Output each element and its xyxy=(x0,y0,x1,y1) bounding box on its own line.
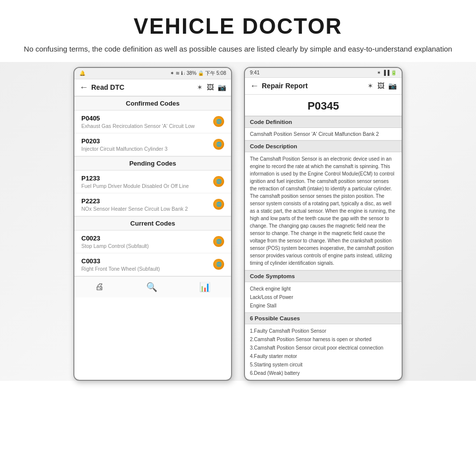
code-c0033-number: C0033 xyxy=(81,257,213,265)
code-item-p2223[interactable]: P2223 NOx Sensor Heater Sense Circuit Lo… xyxy=(74,193,231,216)
left-video-icon[interactable]: 📷 xyxy=(218,83,226,91)
code-item-c0033[interactable]: C0033 Right Front Tone Wheel (Subfault) … xyxy=(74,253,231,276)
right-phone: 9:41 ✶ ▐▐ 🔋 ← Repair Report ✶ 🖼 📷 P0345 … xyxy=(244,67,403,381)
p1233-globe-icon[interactable]: 🌐 xyxy=(213,176,224,187)
code-item-p1233[interactable]: P1233 Fuel Pump Driver Module Disabled O… xyxy=(74,171,231,193)
code-c0023-number: C0023 xyxy=(81,235,213,242)
cause-3: 3.Camshaft Position Sensor circuit poor … xyxy=(250,344,397,352)
search-report-icon[interactable]: 🔍 xyxy=(146,282,157,293)
code-p0405-number: P0405 xyxy=(81,115,213,122)
print-icon[interactable]: 🖨 xyxy=(95,282,104,292)
error-code-title: P0345 xyxy=(245,95,402,116)
p0405-globe-icon[interactable]: 🌐 xyxy=(213,116,224,127)
code-p0405-desc: Exhaust Gas Recirculation Sensor 'A' Cir… xyxy=(81,123,213,129)
code-p0203-number: P0203 xyxy=(81,137,213,145)
left-back-button[interactable]: ← xyxy=(79,82,88,93)
confirmed-codes-header: Confirmed Codes xyxy=(74,96,231,111)
cause-5: 5.Starting system circuit xyxy=(250,360,397,369)
right-photo-icon[interactable]: 🖼 xyxy=(377,82,384,90)
right-nav-title: Repair Report xyxy=(262,82,367,90)
symptom-1: Check engine light xyxy=(250,285,397,293)
pending-codes-header: Pending Codes xyxy=(74,156,231,171)
left-phone: 🔔 ✶ ≋ ℹ ᵢ 38% 🔒 下午 5:08 ← Read DTC ✶ 🖼 📷… xyxy=(73,67,232,381)
code-item-p0203[interactable]: P0203 Injector Circuit Malfunction Cylin… xyxy=(74,133,231,156)
right-phone-content: P0345 Code Definition Camshaft Position … xyxy=(245,95,402,380)
cause-4: 4.Faulty starter motor xyxy=(250,352,397,360)
code-p2223-number: P2223 xyxy=(81,197,213,205)
left-photo-icon[interactable]: 🖼 xyxy=(207,83,214,91)
code-definition-text: Camshaft Position Sensor 'A' Circuit Mal… xyxy=(245,128,402,140)
right-video-icon[interactable]: 📷 xyxy=(388,82,397,90)
cause-6: 6.Dead (Weak) battery xyxy=(250,369,397,377)
p0203-globe-icon[interactable]: 🌐 xyxy=(213,139,224,150)
right-status-bar: 9:41 ✶ ▐▐ 🔋 xyxy=(245,68,402,78)
status-right-icons: ✶ ≋ ℹ ᵢ 38% 🔒 下午 5:08 xyxy=(170,70,226,77)
right-back-button[interactable]: ← xyxy=(250,81,259,91)
cause-2: 2.Camshaft Position Sensor harness is op… xyxy=(250,335,397,344)
code-item-c0023[interactable]: C0023 Stop Lamp Control (Subfault) 🌐 xyxy=(74,231,231,253)
possible-causes-header: 6 Possible Causes xyxy=(245,312,402,324)
code-p0203-desc: Injector Circuit Malfunction Cylinder 3 xyxy=(81,146,213,152)
right-time: 9:41 xyxy=(250,70,259,75)
page-subtitle: No confusing terms, the code definition … xyxy=(20,44,456,55)
cause-1: 1.Faulty Camshaft Position Sensor xyxy=(250,327,397,335)
status-notification-icon: 🔔 xyxy=(79,70,85,76)
right-bluetooth-icon[interactable]: ✶ xyxy=(367,82,373,90)
page-title: VEHICLE DOCTOR xyxy=(20,14,456,39)
left-status-bar: 🔔 ✶ ≋ ℹ ᵢ 38% 🔒 下午 5:08 xyxy=(74,68,231,79)
code-c0023-desc: Stop Lamp Control (Subfault) xyxy=(81,243,213,249)
code-description-header: Code Description xyxy=(245,140,402,152)
code-p1233-number: P1233 xyxy=(81,175,213,182)
right-nav-bar: ← Repair Report ✶ 🖼 📷 xyxy=(245,78,402,95)
chart-icon[interactable]: 📊 xyxy=(199,282,210,293)
left-bottom-bar: 🖨 🔍 📊 xyxy=(74,276,231,298)
c0023-globe-icon[interactable]: 🌐 xyxy=(213,236,224,247)
code-p1233-desc: Fuel Pump Driver Module Disabled Or Off … xyxy=(81,183,213,189)
symptoms-list: Check engine light Lack/Loss of Power En… xyxy=(245,282,402,312)
code-p2223-desc: NOx Sensor Heater Sense Circuit Low Bank… xyxy=(81,206,213,212)
p2223-globe-icon[interactable]: 🌐 xyxy=(213,199,224,210)
code-definition-header: Code Definition xyxy=(245,116,402,128)
code-item-p0405[interactable]: P0405 Exhaust Gas Recirculation Sensor '… xyxy=(74,111,231,133)
symptom-3: Engine Stall xyxy=(250,301,397,310)
left-bluetooth-icon[interactable]: ✶ xyxy=(197,83,203,91)
code-c0033-desc: Right Front Tone Wheel (Subfault) xyxy=(81,266,213,272)
right-status-icons: ✶ ▐▐ 🔋 xyxy=(377,70,397,75)
code-symptoms-header: Code Symptoms xyxy=(245,270,402,282)
left-phone-content: Confirmed Codes P0405 Exhaust Gas Recirc… xyxy=(74,96,231,276)
left-nav-title: Read DTC xyxy=(91,83,197,91)
causes-list: 1.Faulty Camshaft Position Sensor 2.Cams… xyxy=(245,324,402,380)
left-nav-bar: ← Read DTC ✶ 🖼 📷 xyxy=(74,79,231,96)
c0033-globe-icon[interactable]: 🌐 xyxy=(213,259,224,270)
current-codes-header: Current Codes xyxy=(74,216,231,231)
code-description-text: The Camshaft Position Sensor is an elect… xyxy=(245,152,402,270)
symptom-2: Lack/Loss of Power xyxy=(250,293,397,301)
